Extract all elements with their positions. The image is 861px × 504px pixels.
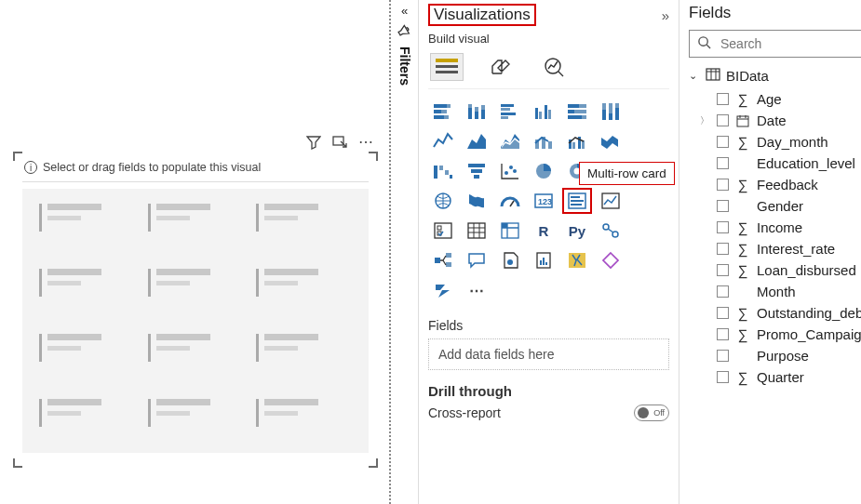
sigma-icon: ∑ <box>736 241 749 257</box>
svg-rect-58 <box>613 163 620 169</box>
line-clustered-column-icon[interactable] <box>562 128 592 154</box>
map-icon[interactable] <box>428 188 458 214</box>
field-item-education_level[interactable]: Education_level <box>689 153 861 174</box>
clustered-column-chart-icon[interactable] <box>529 99 558 125</box>
checkbox[interactable] <box>717 200 729 212</box>
checkbox[interactable] <box>717 136 729 148</box>
hundred-stacked-column-icon[interactable] <box>596 99 626 125</box>
power-apps-icon[interactable] <box>596 247 626 273</box>
search-input[interactable] <box>719 35 861 52</box>
line-stacked-column-icon[interactable] <box>529 128 558 154</box>
stacked-column-chart-icon[interactable] <box>462 99 491 125</box>
field-item-interest_rate[interactable]: ∑Interest_rate <box>689 238 861 259</box>
clustered-bar-chart-icon[interactable] <box>495 99 525 125</box>
focus-mode-icon[interactable] <box>331 135 348 150</box>
svg-rect-8 <box>441 110 447 113</box>
arcgis-map-icon[interactable] <box>562 247 592 273</box>
field-item-date[interactable]: 〉Date <box>689 110 861 131</box>
multi-row-card-icon[interactable] <box>562 188 592 214</box>
field-name: Day_month <box>757 134 828 150</box>
matrix-icon[interactable] <box>495 218 525 244</box>
checkbox[interactable] <box>717 285 729 298</box>
fields-drop-area[interactable]: Add data fields here <box>428 338 669 370</box>
svg-point-80 <box>507 259 513 265</box>
checkbox[interactable] <box>717 307 729 319</box>
checkbox[interactable] <box>717 179 729 191</box>
qna-icon[interactable] <box>462 247 491 273</box>
waterfall-chart-icon[interactable] <box>428 158 458 184</box>
field-item-income[interactable]: ∑Income <box>689 217 861 238</box>
checkbox[interactable] <box>717 221 729 233</box>
build-visual-tab[interactable] <box>430 53 464 81</box>
decomposition-tree-icon[interactable] <box>428 247 458 273</box>
resize-handle-tl[interactable] <box>13 152 22 161</box>
table-icon[interactable] <box>462 218 491 244</box>
report-canvas[interactable]: ⋯ i Select or drag fields to populate th… <box>0 0 391 504</box>
funnel-chart-icon[interactable] <box>462 158 491 184</box>
format-visual-tab[interactable] <box>484 53 518 81</box>
more-options-icon[interactable]: ⋯ <box>357 135 374 150</box>
field-item-purpose[interactable]: Purpose <box>689 345 861 366</box>
collapse-viz-icon[interactable]: » <box>662 7 669 23</box>
pie-chart-icon[interactable] <box>529 158 558 184</box>
more-visuals-icon[interactable]: ⋯ <box>462 277 491 303</box>
search-box[interactable] <box>689 30 861 58</box>
ribbon-chart-icon[interactable] <box>596 128 626 154</box>
checkbox[interactable] <box>717 371 729 383</box>
treemap-icon[interactable] <box>596 158 626 184</box>
python-visual-icon[interactable]: Py <box>562 218 592 244</box>
stacked-bar-chart-icon[interactable] <box>428 99 458 125</box>
field-item-gender[interactable]: Gender <box>689 195 861 217</box>
power-automate-icon[interactable] <box>428 277 458 303</box>
key-influencers-icon[interactable] <box>596 218 626 244</box>
field-item-outstanding_debt[interactable]: ∑Outstanding_debt <box>689 302 861 324</box>
chevron-right-icon[interactable]: 〉 <box>700 114 709 127</box>
resize-handle-tr[interactable] <box>369 152 378 161</box>
field-item-age[interactable]: ∑Age <box>689 88 861 110</box>
paginated-report-icon[interactable] <box>529 247 558 273</box>
kpi-icon[interactable] <box>596 188 626 214</box>
fields-well-label: Fields <box>428 318 669 333</box>
checkbox[interactable] <box>717 264 729 276</box>
field-item-day_month[interactable]: ∑Day_month <box>689 131 861 153</box>
svg-rect-1 <box>436 59 458 62</box>
field-item-feedback[interactable]: ∑Feedback <box>689 174 861 195</box>
checkbox[interactable] <box>717 93 729 105</box>
svg-rect-84 <box>545 262 547 265</box>
cross-report-toggle[interactable]: Off <box>634 405 669 421</box>
svg-rect-22 <box>539 112 542 119</box>
table-node-bidata[interactable]: ⌄ BIData <box>689 67 861 85</box>
checkbox[interactable] <box>717 157 729 169</box>
scatter-chart-icon[interactable] <box>495 158 525 184</box>
resize-handle-br[interactable] <box>369 458 378 468</box>
checkbox[interactable] <box>717 243 729 255</box>
expand-filters-icon[interactable]: « <box>401 4 408 18</box>
field-item-month[interactable]: Month <box>689 281 861 302</box>
svg-rect-49 <box>471 169 482 173</box>
field-item-quarter[interactable]: ∑Quarter <box>689 366 861 388</box>
filled-map-icon[interactable] <box>462 188 491 214</box>
gauge-icon[interactable] <box>495 188 525 214</box>
filters-pane-collapsed[interactable]: « Filters <box>391 0 419 504</box>
line-chart-icon[interactable] <box>428 128 458 154</box>
smart-narrative-icon[interactable] <box>495 247 525 273</box>
donut-chart-icon[interactable] <box>562 158 592 184</box>
checkbox[interactable] <box>717 350 729 362</box>
filter-icon[interactable] <box>305 135 322 150</box>
area-chart-icon[interactable] <box>462 128 491 154</box>
card-icon[interactable]: 123 <box>529 188 558 214</box>
svg-rect-83 <box>543 258 545 265</box>
filters-label: Filters <box>397 46 412 86</box>
checkbox[interactable] <box>717 114 729 126</box>
checkbox[interactable] <box>717 328 729 340</box>
resize-handle-bl[interactable] <box>13 458 22 468</box>
field-item-loan_disbursed[interactable]: ∑Loan_disbursed <box>689 259 861 281</box>
slicer-icon[interactable] <box>428 218 458 244</box>
visual-placeholder-multirow[interactable]: ⋯ i Select or drag fields to populate th… <box>13 152 378 468</box>
analytics-tab[interactable] <box>538 53 572 81</box>
r-visual-icon[interactable]: R <box>529 218 558 244</box>
stacked-area-chart-icon[interactable] <box>495 128 525 154</box>
hundred-stacked-bar-icon[interactable] <box>562 99 592 125</box>
field-item-promo_campaign[interactable]: ∑Promo_Campaign <box>689 324 861 345</box>
svg-rect-20 <box>501 116 508 119</box>
